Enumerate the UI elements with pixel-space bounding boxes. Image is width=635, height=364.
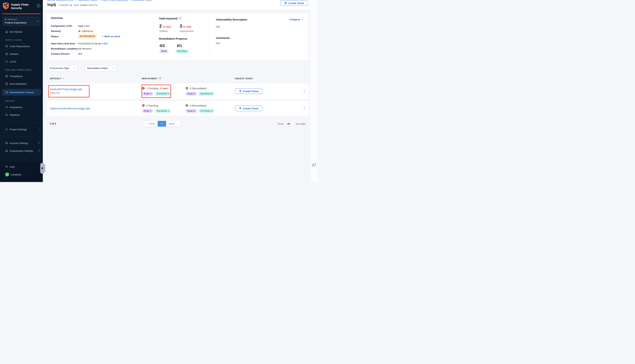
sidebar-section-supply-chain: SUPPLY CHAIN (0, 39, 43, 41)
remediation-condition-value: All Versions (78, 47, 92, 50)
sidebar-collapse-handle[interactable] (40, 163, 45, 174)
column-create-ticket: CREATE TICKET (235, 77, 300, 80)
environment-type-filter[interactable]: Environment Type (47, 65, 78, 71)
progress-preprod-pill: Pre-Prod (175, 49, 189, 53)
chat-bubbles-icon[interactable] (311, 162, 316, 168)
progress-preprod-value: 0/1 (177, 44, 182, 48)
comments-title: Comments (216, 36, 230, 40)
sidebar-item-label: Integrations (10, 106, 23, 108)
comments-value: N/A (216, 42, 220, 45)
project-cube-icon (5, 18, 7, 20)
impacted-artifacts-new: (1 new) (163, 26, 171, 28)
row-create-ticket-button[interactable]: Create Ticket (235, 106, 262, 111)
highlight-box-pending (141, 84, 171, 98)
diamond-ticket-icon (239, 90, 242, 93)
breadcrumb-separator-icon (129, 0, 131, 1)
page-header: Account: Automation-SSCA Organization: d… (43, 0, 310, 10)
remediation-status-filter[interactable]: Remediation Status (85, 65, 116, 71)
artifact-cell: tejakummarikuntla/easy-buggy-app (50, 107, 142, 110)
impacted-artifacts: 2 (1 new) (159, 24, 171, 28)
contact-person-label: Contact Person: (51, 52, 78, 55)
breadcrumb-separator-icon (74, 0, 76, 1)
sidebar-item-label: Account Settings (10, 142, 28, 144)
remediated-icon (185, 104, 188, 108)
brand-name: Supply Chain Security (11, 2, 32, 10)
sidebar-section-risk-and-compliance: RISK AND COMPLIANCE (0, 69, 43, 71)
info-icon (38, 142, 40, 144)
sidebar-item-project-settings[interactable]: Project Settings (0, 127, 43, 132)
impacted-artifacts-label: Artifacts (159, 30, 168, 32)
pending-prod-pill: Prod: 1 (142, 109, 153, 113)
breadcrumb-separator-icon (98, 0, 100, 1)
pipelines-icon (5, 114, 8, 116)
sidebar-item-account-settings[interactable]: Account Settings (0, 140, 43, 146)
breadcrumb-account-link[interactable]: Account: Automation-SSCA (47, 0, 73, 1)
info-icon[interactable] (159, 77, 161, 80)
warning-triangle-icon (78, 30, 81, 33)
mark-as-done-button[interactable]: ✓ Mark as done (102, 35, 120, 38)
pagination: ← Prev 1 Next → (143, 121, 181, 127)
remediated-icon (185, 87, 188, 90)
pending-preprod-pill: Pre-Prod: 1 (155, 109, 171, 113)
collapse-toggle[interactable]: Collapse (290, 18, 303, 21)
apps-grid-icon[interactable] (37, 4, 40, 7)
sidebar-item-code-repositories[interactable]: Code Repositories (0, 44, 43, 49)
check-icon: ✓ (102, 35, 104, 38)
sidebar-item-organization-settings[interactable]: Organization Settings (0, 148, 43, 154)
pagination-summary: 2 of 2 (50, 122, 56, 125)
impacted-deployments-count: 3 (180, 24, 182, 28)
breadcrumb-organization-link[interactable]: Organization: default (78, 0, 97, 1)
sidebar: Supply Chain Security PROJECT Product Ex… (0, 0, 43, 182)
remediation-condition-label: Remediation condition: (51, 47, 78, 50)
remediated-count: 0 Remediated (190, 87, 206, 90)
page-size-select[interactable]: 20 (286, 121, 294, 126)
impacted-artifacts-count: 2 (159, 24, 162, 28)
prev-page-button[interactable]: ← Prev (143, 121, 158, 126)
breadcrumb-project-link[interactable]: Project: Product Exploratory (102, 0, 128, 1)
time-value: 01/10/2025 01:08 pm | N/A (78, 42, 108, 45)
remediated-count: 0 Remediated (190, 104, 206, 107)
sidebar-item-help[interactable]: Help (0, 164, 43, 169)
page-size-control: Show 20 per page (277, 121, 306, 126)
rule-definitions-icon (5, 82, 8, 85)
row-menu-kebab-icon[interactable] (302, 88, 307, 94)
sidebar-item-pipelines[interactable]: Pipelines (0, 112, 43, 118)
page-number-button[interactable]: 1 (158, 121, 166, 126)
sidebar-item-rule-definitions[interactable]: Rule Definitions (0, 81, 43, 86)
severity-value: CRITICAL (78, 30, 94, 33)
row-menu-kebab-icon[interactable] (302, 106, 307, 111)
create-ticket-button[interactable]: Create Ticket (280, 0, 308, 6)
impacted-deployments: 3 (1 new) (180, 24, 191, 28)
remediated-prod-pill: Prod: 0 (185, 92, 197, 96)
sidebar-nav: Get Started SUPPLY CHAIN Code Repositori… (0, 29, 43, 154)
next-page-button[interactable]: Next → (166, 121, 181, 126)
status-label: Status: (51, 35, 78, 38)
project-selector[interactable]: PROJECT Product Exploratory (3, 17, 40, 26)
component-cve-value: log4j | N/A (78, 24, 89, 27)
sidebar-user[interactable]: L Lavakush (0, 172, 43, 177)
artifact-link[interactable]: tejakummarikuntla/easy-buggy-app (50, 107, 142, 110)
breadcrumb: Account: Automation-SSCA Organization: d… (47, 0, 152, 1)
sidebar-section-manage: MANAGE (0, 100, 43, 102)
status-badge: IN-PROGRESS (78, 34, 97, 38)
sidebar-item-compliance[interactable]: Compliance (0, 74, 43, 79)
table-row: lavakush07/easy-buggy-app (new ) 1 Pendi… (47, 83, 309, 99)
sidebar-item-label: Get Started (10, 30, 22, 33)
ticket-cell: Create Ticket (235, 106, 300, 111)
sidebar-item-artifacts[interactable]: Artifacts (0, 51, 43, 56)
integrations-icon (5, 106, 8, 108)
remediated-cell: 0 Remediated Prod: 0 Pre-Prod: 0 (185, 87, 235, 96)
sidebar-item-get-started[interactable]: Get Started (0, 29, 43, 34)
sidebar-item-remediation-tracker[interactable]: Remediation Tracker (2, 89, 41, 96)
column-artifact[interactable]: ARTIFACT ▲ (50, 77, 142, 80)
chevron-up-icon (301, 19, 303, 21)
project-name: Product Exploratory (5, 21, 38, 24)
page-title: log4j (47, 2, 56, 7)
info-icon[interactable] (179, 17, 181, 20)
row-create-ticket-button[interactable]: Create Ticket (235, 88, 262, 94)
contact-person-value: N/A (78, 52, 82, 55)
breadcrumb-current-link[interactable]: Remediation Tracker (132, 0, 152, 1)
sidebar-item-cicd[interactable]: CI/CD (0, 59, 43, 64)
table-row: tejakummarikuntla/easy-buggy-app 2 Pendi… (47, 101, 309, 116)
sidebar-item-integrations[interactable]: Integrations (0, 104, 43, 110)
